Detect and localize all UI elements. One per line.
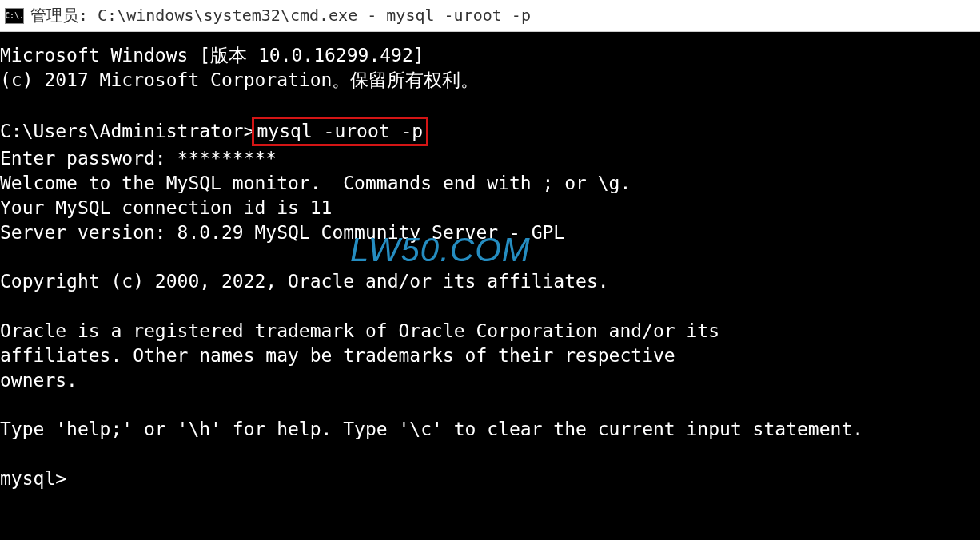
cmd-icon-text: C:\. xyxy=(5,11,24,20)
console-line: Welcome to the MySQL monitor. Commands e… xyxy=(0,173,631,193)
console-line: Enter password: ********* xyxy=(0,148,277,169)
window-title-bar: C:\. 管理员: C:\windows\system32\cmd.exe - … xyxy=(0,0,980,32)
console-prompt: C:\Users\Administrator> xyxy=(0,121,255,141)
highlighted-command: mysql -uroot -p xyxy=(252,117,429,146)
console-line: Server version: 8.0.29 MySQL Community S… xyxy=(0,222,564,243)
console-line: Microsoft Windows [版本 10.0.16299.492] xyxy=(0,45,424,66)
console-output[interactable]: Microsoft Windows [版本 10.0.16299.492] (c… xyxy=(0,32,980,540)
cmd-icon: C:\. xyxy=(5,8,24,24)
mysql-prompt[interactable]: mysql> xyxy=(0,468,66,489)
console-line: (c) 2017 Microsoft Corporation。保留所有权利。 xyxy=(0,69,479,90)
console-line: Your MySQL connection id is 11 xyxy=(0,197,332,218)
window-title: 管理员: C:\windows\system32\cmd.exe - mysql… xyxy=(30,5,531,26)
console-line: Oracle is a registered trademark of Orac… xyxy=(0,320,719,341)
console-line: affiliates. Other names may be trademark… xyxy=(0,345,675,366)
console-line: Copyright (c) 2000, 2022, Oracle and/or … xyxy=(0,271,609,292)
console-line: owners. xyxy=(0,370,78,391)
console-line: Type 'help;' or '\h' for help. Type '\c'… xyxy=(0,419,863,439)
